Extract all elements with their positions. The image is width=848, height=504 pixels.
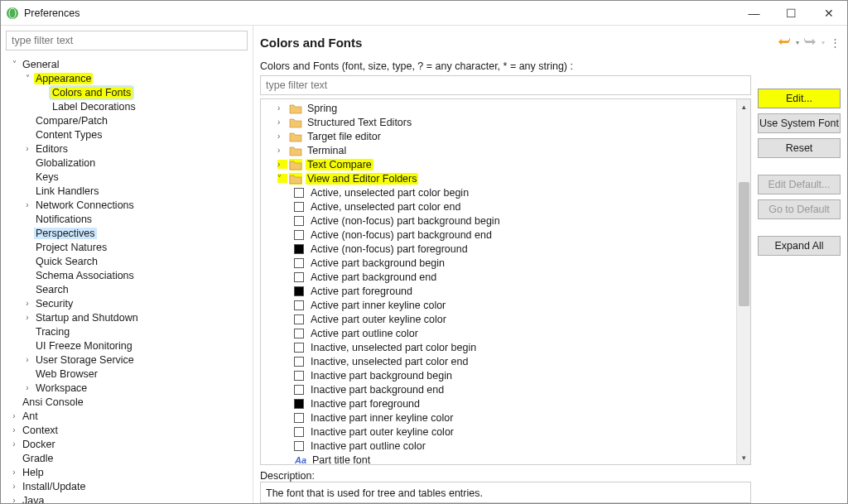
nav-item[interactable]: Globalization <box>4 156 251 170</box>
tree-category[interactable]: ›Structured Text Editors <box>261 115 736 129</box>
color-item[interactable]: Active, unselected part color end <box>261 199 736 214</box>
back-icon[interactable]: ⮨ <box>778 36 791 50</box>
color-item[interactable]: Active part outline color <box>261 326 736 340</box>
tree-category[interactable]: ›Terminal <box>261 143 736 157</box>
nav-item[interactable]: ˅Appearance <box>4 71 251 85</box>
nav-item[interactable]: Schema Associations <box>4 268 251 282</box>
nav-item[interactable]: Quick Search <box>4 254 251 268</box>
expand-all-button[interactable]: Expand All <box>758 236 841 256</box>
nav-item[interactable]: UI Freeze Monitoring <box>4 338 251 353</box>
color-item[interactable]: Active part background begin <box>261 256 736 270</box>
color-item[interactable]: Inactive, unselected part color end <box>261 354 736 368</box>
chevron-right-icon[interactable]: › <box>22 200 32 209</box>
edit-default-button[interactable]: Edit Default... <box>758 175 841 194</box>
color-item[interactable]: Active part foreground <box>261 284 736 298</box>
chevron-right-icon[interactable]: › <box>9 482 19 491</box>
color-item[interactable]: Active part outer keyline color <box>261 312 736 326</box>
scroll-down-icon[interactable]: ▾ <box>737 450 750 464</box>
nav-item[interactable]: Content Types <box>4 127 251 142</box>
nav-tree[interactable]: ˅General˅AppearanceColors and FontsLabel… <box>1 55 253 503</box>
nav-item[interactable]: Ansi Console <box>4 395 251 409</box>
chevron-right-icon[interactable]: › <box>22 383 32 392</box>
color-item[interactable]: Inactive part inner keyline color <box>261 410 736 425</box>
nav-item[interactable]: ›Security <box>4 296 251 310</box>
chevron-right-icon[interactable]: › <box>9 411 19 420</box>
view-menu-icon[interactable]: ⋮ <box>830 36 841 49</box>
color-item[interactable]: Active (non-focus) part background begin <box>261 214 736 228</box>
forward-dropdown[interactable]: ▾ <box>822 39 825 46</box>
nav-item[interactable]: ›Java <box>4 493 251 503</box>
chevron-right-icon[interactable]: › <box>22 313 32 322</box>
close-button[interactable]: ✕ <box>810 1 847 26</box>
color-item[interactable]: Inactive, unselected part color begin <box>261 340 736 354</box>
color-item[interactable]: Inactive part outline color <box>261 439 736 453</box>
nav-item[interactable]: Perspectives <box>4 226 251 240</box>
nav-item[interactable]: ›Workspace <box>4 381 251 395</box>
tree-category[interactable]: ›Target file editor <box>261 129 736 143</box>
tree-category[interactable]: ›Spring <box>261 101 736 115</box>
nav-item[interactable]: ˅General <box>4 57 251 71</box>
color-item[interactable]: Active part background end <box>261 270 736 284</box>
color-item[interactable]: Active part inner keyline color <box>261 298 736 312</box>
chevron-right-icon[interactable]: › <box>9 425 19 434</box>
nav-item[interactable]: Web Browser <box>4 367 251 381</box>
chevron-right-icon[interactable]: › <box>22 355 32 364</box>
tree-scrollbar[interactable]: ▴ ▾ <box>736 99 750 464</box>
reset-button[interactable]: Reset <box>758 138 841 158</box>
back-dropdown[interactable]: ▾ <box>796 39 799 46</box>
chevron-right-icon[interactable]: › <box>9 468 19 477</box>
forward-icon[interactable]: ⮩ <box>804 36 817 50</box>
scroll-up-icon[interactable]: ▴ <box>737 99 750 113</box>
chevron-right-icon[interactable]: › <box>9 496 19 503</box>
color-item[interactable]: Inactive part background end <box>261 382 736 396</box>
nav-item[interactable]: ›Install/Update <box>4 479 251 493</box>
color-item[interactable]: Active (non-focus) part foreground <box>261 242 736 256</box>
nav-item[interactable]: ›Docker <box>4 437 251 451</box>
scroll-thumb[interactable] <box>739 182 749 306</box>
nav-item[interactable]: ›Ant <box>4 409 251 423</box>
font-item[interactable]: AaPart title font <box>261 453 736 464</box>
nav-item[interactable]: ›Help <box>4 465 251 479</box>
nav-item[interactable]: Compare/Patch <box>4 113 251 127</box>
nav-item[interactable]: Colors and Fonts <box>4 85 251 99</box>
chevron-down-icon[interactable]: ˅ <box>9 60 19 69</box>
nav-item[interactable]: Keys <box>4 170 251 184</box>
nav-item[interactable]: ›Context <box>4 423 251 437</box>
edit-button[interactable]: Edit... <box>758 89 841 108</box>
color-item[interactable]: Inactive part background begin <box>261 368 736 382</box>
nav-item[interactable]: Project Natures <box>4 240 251 254</box>
nav-filter-input[interactable] <box>6 31 248 50</box>
chevron-right-icon[interactable]: › <box>277 118 287 127</box>
minimize-button[interactable]: — <box>735 1 773 26</box>
chevron-right-icon[interactable]: › <box>9 439 19 449</box>
go-to-default-button[interactable]: Go to Default <box>758 199 841 219</box>
colors-fonts-filter-input[interactable] <box>260 75 751 95</box>
nav-item[interactable]: ›User Storage Service <box>4 353 251 367</box>
use-system-font-button[interactable]: Use System Font <box>758 113 841 133</box>
tree-category[interactable]: ˅View and Editor Folders <box>261 171 736 185</box>
nav-item[interactable]: ›Editors <box>4 142 251 156</box>
chevron-right-icon[interactable]: › <box>277 132 287 141</box>
chevron-down-icon[interactable]: ˅ <box>22 74 32 83</box>
color-item[interactable]: Inactive part foreground <box>261 396 736 410</box>
color-item[interactable]: Inactive part outer keyline color <box>261 425 736 439</box>
chevron-right-icon[interactable]: › <box>277 103 287 113</box>
nav-item[interactable]: Label Decorations <box>4 99 251 113</box>
nav-item[interactable]: Gradle <box>4 451 251 465</box>
chevron-right-icon[interactable]: › <box>22 144 32 153</box>
nav-item[interactable]: ›Startup and Shutdown <box>4 310 251 324</box>
nav-item[interactable]: Link Handlers <box>4 184 251 198</box>
chevron-right-icon[interactable]: › <box>277 146 287 155</box>
color-item[interactable]: Active (non-focus) part background end <box>261 228 736 242</box>
colors-fonts-tree[interactable]: ›Spring›Structured Text Editors›Target f… <box>261 99 736 464</box>
chevron-right-icon[interactable]: › <box>277 160 287 169</box>
nav-item[interactable]: ›Network Connections <box>4 198 251 212</box>
nav-item[interactable]: Tracing <box>4 324 251 338</box>
maximize-button[interactable]: ☐ <box>773 1 810 26</box>
nav-item[interactable]: Search <box>4 282 251 296</box>
color-item[interactable]: Active, unselected part color begin <box>261 185 736 199</box>
tree-category[interactable]: ›Text Compare <box>261 157 736 171</box>
chevron-down-icon[interactable]: ˅ <box>277 174 287 183</box>
chevron-right-icon[interactable]: › <box>22 299 32 308</box>
nav-item[interactable]: Notifications <box>4 212 251 226</box>
